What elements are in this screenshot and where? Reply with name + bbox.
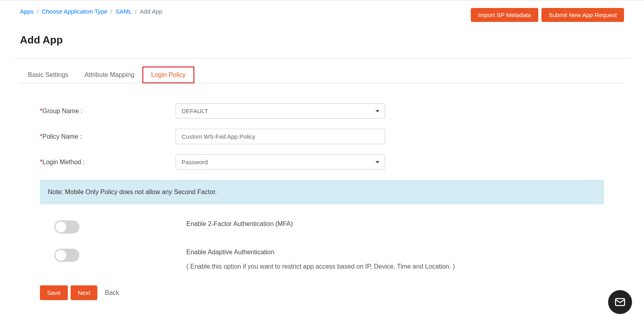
adaptive-auth-label: Enable Adaptive Authentication	[186, 249, 455, 256]
chat-widget[interactable]	[608, 290, 632, 314]
tabs: Basic Settings Attribute Mapping Login P…	[20, 67, 624, 83]
breadcrumb-apps[interactable]: Apps	[20, 8, 34, 15]
submit-app-request-button[interactable]: Submit New App Request	[541, 8, 624, 22]
mail-icon	[614, 296, 626, 308]
breadcrumb-separator: /	[135, 8, 136, 15]
breadcrumb-saml[interactable]: SAML	[115, 8, 132, 15]
tab-basic-settings[interactable]: Basic Settings	[20, 67, 76, 83]
adaptive-auth-sublabel: ( Enable this option if you want to rest…	[186, 263, 455, 270]
mfa-toggle[interactable]	[54, 220, 79, 234]
page-title: Add App	[0, 22, 644, 46]
next-button[interactable]: Next	[71, 285, 97, 300]
policy-name-label: *Policy Name :	[40, 133, 176, 140]
group-name-select[interactable]: DEFAULT	[176, 103, 385, 119]
breadcrumb: Apps / Choose Application Type / SAML / …	[20, 8, 162, 15]
breadcrumb-separator: /	[37, 8, 38, 15]
group-name-label: *Group Name :	[40, 108, 176, 115]
adaptive-auth-toggle[interactable]	[54, 249, 79, 262]
login-method-select[interactable]: Password	[176, 154, 385, 170]
policy-name-input[interactable]	[176, 129, 385, 144]
breadcrumb-choose-type[interactable]: Choose Application Type	[41, 8, 107, 15]
login-method-label: *Login Method :	[40, 159, 176, 166]
note-box: Note: Mobile Only Policy does not allow …	[40, 180, 604, 204]
import-metadata-button[interactable]: Import SP Metadata	[471, 8, 538, 22]
breadcrumb-separator: /	[111, 8, 112, 15]
save-button[interactable]: Save	[40, 285, 68, 300]
back-button[interactable]: Back	[105, 289, 119, 297]
breadcrumb-current: Add App	[140, 8, 162, 15]
tab-attribute-mapping[interactable]: Attribute Mapping	[76, 67, 142, 83]
mfa-label: Enable 2-Factor Authentication (MFA)	[186, 220, 293, 228]
tab-login-policy[interactable]: Login Policy	[142, 67, 194, 83]
